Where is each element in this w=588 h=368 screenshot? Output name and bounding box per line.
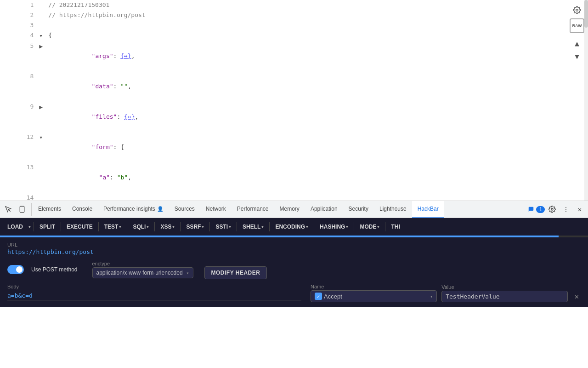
url-value[interactable]: https://httpbin.org/post	[7, 248, 581, 255]
shell-button[interactable]: SHELL ▾	[239, 222, 267, 232]
toolbar-divider	[314, 222, 314, 231]
test-button[interactable]: TEST ▾	[101, 222, 125, 232]
enctype-dropdown-arrow: ▾	[186, 270, 189, 276]
line-number: 3	[0, 20, 39, 30]
line-code	[46, 20, 588, 30]
line-code: {	[46, 30, 588, 41]
toolbar-divider	[354, 222, 354, 231]
line-collapse-arrow[interactable]: ▾	[39, 30, 46, 41]
shell-arrow: ▾	[261, 224, 264, 229]
body-input[interactable]	[7, 291, 301, 300]
line-code: "data": "",	[46, 71, 588, 102]
enctype-select[interactable]: application/x-www-form-urlencoded ▾	[92, 267, 193, 278]
line-number: 1	[0, 0, 39, 10]
tab-memory[interactable]: Memory	[274, 201, 305, 218]
tab-performance[interactable]: Performance	[232, 201, 274, 218]
line-arrow	[39, 193, 46, 201]
line-expand-arrow[interactable]: ▶	[39, 102, 46, 132]
encoding-arrow: ▾	[306, 224, 308, 229]
tab-elements[interactable]: Elements	[33, 201, 67, 218]
post-options-row: Use POST method enctype application/x-ww…	[7, 260, 581, 279]
code-scrollbar[interactable]	[584, 0, 588, 201]
line-number: 14	[0, 193, 39, 201]
enctype-value: application/x-www-form-urlencoded	[96, 270, 185, 276]
tab-application[interactable]: Application	[305, 201, 343, 218]
sqli-button[interactable]: SQLI ▾	[129, 222, 153, 232]
tab-console[interactable]: Console	[67, 201, 98, 218]
toolbar-divider	[385, 222, 385, 231]
line-collapse-arrow[interactable]: ▾	[39, 132, 46, 162]
test-arrow: ▾	[119, 224, 121, 229]
tab-lighthouse[interactable]: Lighthouse	[374, 201, 412, 218]
tab-hackbar[interactable]: HackBar	[412, 201, 444, 218]
table-row: 8 "data": "",	[0, 71, 588, 102]
scroll-up-icon[interactable]: ▲	[571, 37, 583, 50]
devtools-close-icon[interactable]: ✕	[573, 203, 586, 216]
tab-security[interactable]: Security	[343, 201, 374, 218]
line-number: 8	[0, 71, 39, 102]
modify-header-button[interactable]: MODIFY HEADER	[204, 266, 267, 279]
encoding-button[interactable]: ENCODING ▾	[271, 222, 312, 232]
line-number: 4	[0, 30, 39, 41]
enctype-section: enctype application/x-www-form-urlencode…	[92, 261, 193, 278]
header-name-input[interactable]	[324, 293, 428, 300]
mode-button[interactable]: MODE ▾	[356, 222, 383, 232]
devtools-more-icon[interactable]: ⋮	[560, 203, 572, 216]
comment-icon	[528, 206, 534, 213]
toolbar-divider	[269, 222, 270, 231]
toolbar-divider	[154, 222, 155, 231]
line-number: 2	[0, 10, 39, 20]
ssti-button[interactable]: SSTI ▾	[212, 222, 235, 232]
line-arrow	[39, 20, 46, 30]
header-close-button[interactable]: ✕	[572, 291, 581, 302]
tab-network[interactable]: Network	[200, 201, 232, 218]
header-name-wrap[interactable]: ✓ ▾	[311, 290, 437, 302]
load-button[interactable]: LOAD	[4, 222, 27, 232]
body-label: Body	[7, 284, 301, 289]
header-value-wrap	[441, 291, 568, 302]
tab-sources[interactable]: Sources	[169, 201, 200, 218]
device-icon[interactable]	[16, 203, 28, 216]
execute-button[interactable]: EXECUTE	[63, 222, 96, 232]
xss-button[interactable]: XSS ▾	[157, 222, 178, 232]
devtools-settings-icon[interactable]	[546, 203, 559, 216]
hashing-button[interactable]: HASHING ▾	[316, 222, 352, 232]
inspect-icon[interactable]	[2, 203, 15, 216]
load-dropdown-arrow: ▾	[28, 224, 31, 229]
line-code: "a": "b",	[46, 162, 588, 193]
line-code: // 20221217150301	[46, 0, 588, 10]
settings-icon[interactable]	[571, 4, 583, 17]
name-dropdown-arrow[interactable]: ▾	[430, 294, 433, 299]
split-button[interactable]: SPLIT	[36, 222, 59, 232]
table-row: 1 // 20221217150301	[0, 0, 588, 10]
devtools-tabbar: Elements Console Performance insights 👤 …	[0, 201, 588, 218]
header-value-input[interactable]	[446, 293, 564, 300]
line-number: 13	[0, 162, 39, 193]
scroll-down-icon[interactable]: ▼	[571, 50, 583, 63]
line-number: 12	[0, 132, 39, 162]
header-section: Name ✓ ▾ Value ✕	[311, 284, 581, 302]
load-arrow-button[interactable]: ▾	[28, 223, 32, 231]
toolbar-divider	[61, 222, 61, 231]
table-row: 5 ▶ "args": {↔},	[0, 41, 588, 71]
ssti-arrow: ▾	[229, 224, 231, 229]
devtools-right-icons: 1 ⋮ ✕	[528, 203, 586, 216]
hashing-arrow: ▾	[346, 224, 348, 229]
table-row: 12 ▾ "form": {	[0, 132, 588, 162]
line-arrow	[39, 162, 46, 193]
header-checkbox[interactable]: ✓	[315, 293, 322, 300]
ssrf-button[interactable]: SSRF ▾	[182, 222, 208, 232]
hackbar-main: URL https://httpbin.org/post Use POST me…	[0, 237, 588, 307]
body-section: Body	[7, 284, 301, 300]
header-fields-row: Name ✓ ▾ Value ✕	[311, 284, 581, 302]
raw-button[interactable]: RAW	[570, 18, 584, 33]
scrollbar-thumb[interactable]	[584, 0, 588, 28]
thi-button[interactable]: THI	[387, 222, 403, 232]
post-method-toggle[interactable]	[7, 265, 24, 274]
table-row: 2 // https://httpbin.org/post	[0, 10, 588, 20]
toolbar-divider	[237, 222, 237, 231]
header-value-field-wrap: Value	[441, 284, 568, 302]
line-arrow	[39, 71, 46, 102]
line-expand-arrow[interactable]: ▶	[39, 41, 46, 71]
tab-performance-insights[interactable]: Performance insights 👤	[98, 201, 169, 218]
